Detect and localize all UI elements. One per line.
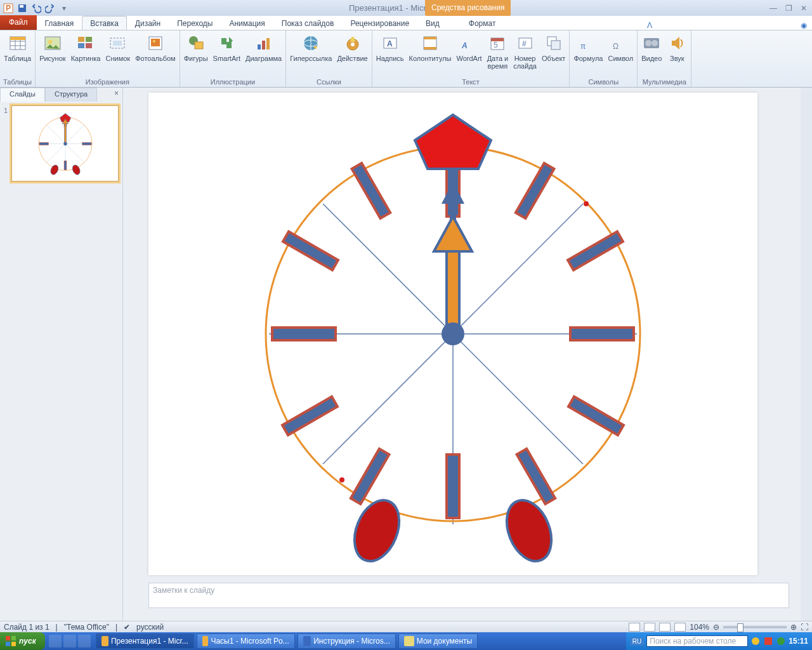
btn-audio[interactable]: Звук [664, 32, 690, 63]
minimize-ribbon-icon[interactable]: ᐱ [642, 21, 657, 30]
svg-rect-17 [113, 41, 122, 46]
help-icon[interactable]: ◉ [796, 21, 812, 30]
btn-photoalbum[interactable]: Фотоальбом [133, 32, 178, 63]
video-icon [641, 33, 662, 53]
clock-drawing[interactable] [148, 93, 757, 575]
tab-design[interactable]: Дизайн [127, 16, 169, 30]
group-images-label: Изображения [86, 78, 129, 87]
group-text: AНадпись Колонтитулы AWordArt 5Дата и вр… [372, 30, 570, 87]
svg-rect-77 [568, 397, 624, 435]
btn-equation-label: Формула [573, 55, 603, 62]
restore-icon[interactable]: ❐ [783, 4, 794, 13]
zoom-in-icon[interactable]: ⊕ [790, 623, 797, 632]
btn-hyperlink[interactable]: Гиперссылка [287, 32, 334, 63]
taskbar-button[interactable]: Мои документы [398, 633, 478, 649]
svg-text:A: A [387, 39, 393, 48]
svg-rect-73 [272, 328, 336, 340]
ql-icon[interactable] [63, 635, 76, 647]
tab-animation[interactable]: Анимация [221, 16, 273, 30]
btn-equation[interactable]: πФормула [571, 32, 605, 63]
btn-object[interactable]: Объект [539, 32, 568, 63]
btn-video[interactable]: Видео [639, 32, 664, 63]
tab-insert[interactable]: Вставка [82, 16, 127, 30]
datetime-icon: 5 [487, 33, 508, 53]
tray-clock[interactable]: 15:11 [789, 637, 808, 646]
app-icon: P [3, 3, 14, 14]
vertical-scrollbar[interactable] [801, 88, 812, 621]
btn-symbol[interactable]: ΩСимвол [605, 32, 636, 63]
spellcheck-icon[interactable]: ✔ [124, 623, 130, 632]
view-normal-icon[interactable] [629, 623, 640, 632]
tray-icon[interactable] [776, 636, 786, 646]
btn-picture-label: Рисунок [39, 55, 66, 62]
view-slideshow-icon[interactable] [674, 623, 686, 632]
svg-rect-78 [517, 449, 556, 504]
photoalbum-icon [145, 33, 166, 53]
btn-shapes[interactable]: Фигуры [181, 32, 211, 63]
btn-action[interactable]: Действие [334, 32, 370, 63]
btn-chart[interactable]: Диаграмма [243, 32, 284, 63]
status-language[interactable]: русский [136, 623, 164, 632]
taskbar-button[interactable]: Инструкция - Micros... [298, 633, 396, 649]
taskbar-button[interactable]: Презентация1 - Micr... [96, 633, 194, 649]
ql-icon[interactable] [78, 635, 91, 647]
slide-editor[interactable]: Заметки к слайду [123, 88, 801, 621]
panel-tab-outline[interactable]: Структура [45, 88, 97, 102]
svg-marker-89 [434, 216, 472, 251]
tray-search[interactable]: Поиск на рабочем столе [646, 635, 748, 647]
svg-rect-35 [424, 47, 436, 50]
svg-text:Ω: Ω [613, 42, 619, 51]
btn-screenshot[interactable]: Снимок [103, 32, 133, 63]
view-reading-icon[interactable] [659, 623, 671, 632]
btn-headerfooter[interactable]: Колонтитулы [407, 32, 454, 63]
view-sorter-icon[interactable] [644, 623, 655, 632]
fit-window-icon[interactable]: ⛶ [801, 623, 808, 632]
qat-dropdown-icon[interactable]: ▾ [58, 3, 70, 14]
tray-icon[interactable] [750, 636, 761, 646]
tab-view[interactable]: Вид [417, 16, 448, 30]
zoom-slider[interactable] [723, 626, 787, 628]
btn-slidenum[interactable]: #Номер слайда [511, 32, 539, 71]
qat-save-icon[interactable] [16, 3, 28, 14]
panel-tab-slides[interactable]: Слайды [0, 88, 45, 102]
btn-table[interactable]: Таблица [1, 32, 34, 63]
btn-textbox[interactable]: AНадпись [374, 32, 407, 63]
svg-rect-61 [64, 121, 66, 144]
slide-canvas[interactable] [148, 93, 757, 575]
tab-slideshow[interactable]: Показ слайдов [273, 16, 343, 30]
tab-home[interactable]: Главная [37, 16, 82, 30]
svg-point-84 [346, 494, 408, 568]
btn-picture[interactable]: Рисунок [37, 32, 69, 63]
btn-clipart[interactable]: Картинка [69, 32, 103, 63]
start-button[interactable]: пуск [0, 632, 45, 650]
svg-point-59 [49, 164, 59, 176]
close-icon[interactable]: ✕ [798, 4, 809, 13]
ribbon: Таблица Таблицы Рисунок Картинка Снимок … [0, 30, 812, 88]
svg-point-60 [70, 164, 81, 176]
taskbar-button[interactable]: Часы1 - Microsoft Po... [197, 633, 295, 649]
qat-redo-icon[interactable] [44, 3, 56, 14]
zoom-out-icon[interactable]: ⊖ [713, 623, 719, 632]
svg-rect-12 [78, 37, 84, 42]
tab-transitions[interactable]: Переходы [169, 16, 221, 30]
svg-marker-83 [415, 115, 491, 169]
btn-wordart[interactable]: AWordArt [454, 32, 485, 63]
tab-file[interactable]: Файл [0, 15, 37, 30]
svg-rect-75 [516, 163, 554, 218]
btn-datetime[interactable]: 5Дата и время [485, 32, 511, 71]
slide-thumbnail[interactable] [11, 105, 119, 182]
tray-language[interactable]: RU [630, 637, 644, 646]
btn-smartart-label: SmartArt [213, 55, 240, 62]
tab-review[interactable]: Рецензирование [342, 16, 417, 30]
tab-format[interactable]: Формат [461, 16, 504, 30]
svg-rect-80 [282, 397, 337, 435]
minimize-icon[interactable]: — [768, 4, 779, 13]
panel-close-icon[interactable]: × [110, 88, 122, 102]
svg-point-85 [499, 494, 560, 568]
qat-undo-icon[interactable] [30, 3, 42, 14]
ql-icon[interactable] [49, 635, 62, 647]
notes-pane[interactable]: Заметки к слайду [148, 583, 789, 608]
group-images: Рисунок Картинка Снимок Фотоальбом Изобр… [36, 30, 180, 87]
btn-smartart[interactable]: SmartArt [211, 32, 243, 63]
tray-icon[interactable] [763, 636, 773, 646]
